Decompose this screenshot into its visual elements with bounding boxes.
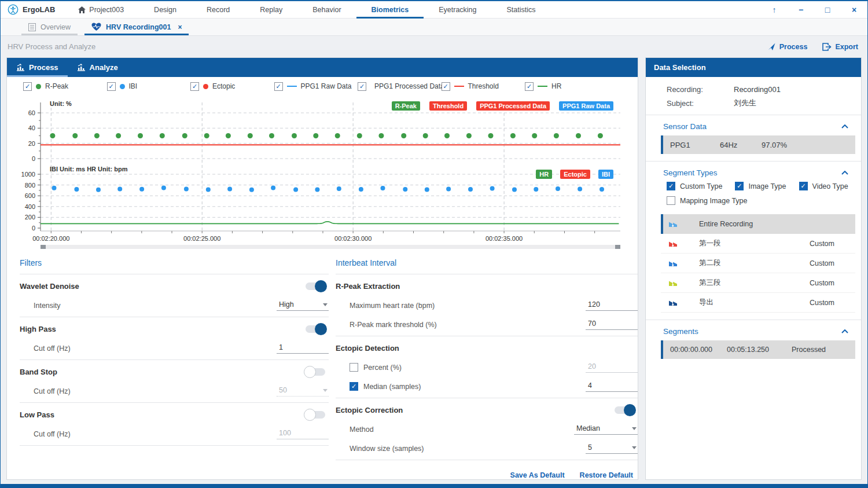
legend-threshold[interactable]: Threshold	[442, 82, 525, 91]
minimize-button[interactable]: −	[788, 5, 814, 14]
segment-type-row-4[interactable]: 导出 Custom	[661, 293, 855, 313]
band-stop-cutoff-select: 50	[277, 386, 329, 397]
scrollbar-right-handle[interactable]	[615, 245, 620, 249]
svg-text:00:02:20.000: 00:02:20.000	[32, 235, 69, 242]
window-size-select[interactable]: 5	[586, 443, 638, 454]
sensor-data-section: Sensor Data PPG1 64Hz 97.07%	[646, 115, 861, 162]
segment-type-row-2[interactable]: 第二段 Custom	[661, 254, 855, 273]
restore-default-button[interactable]: Restore Default	[580, 471, 633, 479]
svg-text:0: 0	[32, 155, 35, 162]
nav-item-behavior[interactable]: Behavior	[297, 1, 356, 19]
process-panel: Process Analyze R-Peak	[6, 57, 638, 480]
r-peak-badge: R-Peak	[392, 101, 420, 111]
nav-item-eyetracking[interactable]: Eyetracking	[424, 1, 491, 19]
wavelet-denoise-toggle[interactable]	[306, 282, 325, 290]
heart-pulse-icon	[91, 23, 101, 31]
scrollbar-left-handle[interactable]	[41, 245, 46, 249]
ibi-badge: IBI	[598, 170, 613, 179]
chevron-up-icon[interactable]	[841, 171, 848, 175]
close-button[interactable]: ×	[841, 5, 867, 14]
segment-flag-icon	[669, 280, 678, 287]
chevron-up-icon[interactable]	[841, 124, 848, 129]
segment-type-row-1[interactable]: 第一段 Custom	[661, 234, 855, 254]
tab-process[interactable]: Process	[7, 58, 68, 77]
intensity-select[interactable]: High	[277, 300, 329, 311]
chart-bars-icon	[16, 64, 25, 71]
chart-horizontal-scrollbar[interactable]	[41, 245, 620, 249]
segment-flag-icon	[669, 221, 678, 228]
segment-type-row-3[interactable]: 第三段 Custom	[661, 273, 855, 293]
nav-item-record[interactable]: Record	[192, 1, 245, 19]
max-heart-rate-input[interactable]: 120	[586, 300, 638, 311]
svg-text:40: 40	[28, 124, 35, 131]
save-as-default-button[interactable]: Save As Default	[510, 471, 565, 479]
brand-label: ErgoLAB	[23, 5, 55, 14]
nav-item-project[interactable]: Project003	[63, 1, 139, 19]
svg-text:60: 60	[28, 109, 35, 116]
ectopic-correction-toggle[interactable]	[615, 406, 634, 414]
low-pass-toggle[interactable]	[306, 411, 325, 419]
hrv-chart[interactable]: 00:02:20.00000:02:25.00000:02:30.00000:0…	[14, 97, 631, 249]
nav-item-design[interactable]: Design	[139, 1, 192, 19]
legend-ppg1-processed[interactable]: PPG1 Processed Data	[358, 82, 442, 91]
export-button[interactable]: Export	[822, 42, 858, 51]
svg-text:400: 400	[25, 203, 35, 210]
segment-type-row-entire-recording[interactable]: Entire Recording	[661, 214, 855, 234]
image-type-filter[interactable]: Image Type	[735, 182, 786, 190]
maximize-button[interactable]: □	[814, 5, 841, 14]
breadcrumb-row: HRV Process and Analyze Process Export	[1, 36, 867, 57]
method-select[interactable]: Median	[574, 424, 638, 435]
legend-ppg1-raw[interactable]: PPG1 Raw Data	[274, 82, 358, 91]
checkbox-checked-icon	[107, 82, 116, 91]
nav-item-biometrics[interactable]: Biometrics	[356, 1, 424, 19]
svg-text:00:02:25.000: 00:02:25.000	[183, 235, 220, 242]
document-list-icon	[28, 23, 36, 31]
high-pass-toggle[interactable]	[306, 325, 325, 333]
chart-badges-lower: HR Ectopic IBI	[536, 170, 613, 179]
chevron-up-icon[interactable]	[841, 329, 848, 333]
sensor-data-title: Sensor Data	[663, 122, 707, 131]
median-value-input[interactable]: 4	[586, 381, 638, 392]
high-pass-cutoff-input[interactable]: 1	[277, 343, 329, 354]
recording-value: Recording001	[734, 85, 781, 94]
tab-analyze[interactable]: Analyze	[68, 58, 127, 77]
window-controls: ↑ − □ ×	[761, 5, 867, 14]
median-checkbox[interactable]	[350, 382, 358, 391]
rpeak-threshold-input[interactable]: 70	[586, 319, 638, 330]
video-type-filter[interactable]: Video Type	[799, 182, 848, 190]
collapse-ribbon-button[interactable]: ↑	[761, 5, 788, 14]
home-icon	[78, 6, 86, 13]
recording-label: Recording:	[646, 85, 734, 94]
ergolab-logo-icon	[8, 4, 19, 15]
close-tab-icon[interactable]: ×	[178, 23, 182, 31]
legend-ectopic[interactable]: Ectopic	[190, 82, 274, 91]
segments-title: Segments	[663, 327, 698, 336]
process-button[interactable]: Process	[767, 42, 808, 51]
svg-text:Unit: %: Unit: %	[50, 100, 72, 107]
svg-text:20: 20	[28, 140, 35, 147]
brand[interactable]: ErgoLAB	[1, 4, 63, 15]
tab-hrv-recording001[interactable]: HRV Recording001 ×	[81, 19, 192, 35]
breadcrumb: HRV Process and Analyze	[8, 42, 95, 51]
filters-section: Filters Wavelet Denoise Intensity High H…	[20, 256, 329, 479]
legend-r-peak[interactable]: R-Peak	[23, 82, 107, 91]
nav-item-replay[interactable]: Replay	[245, 1, 297, 19]
sensor-row-ppg1[interactable]: PPG1 64Hz 97.07%	[661, 135, 855, 154]
caret-down-icon	[323, 389, 328, 392]
band-stop-toggle[interactable]	[306, 368, 325, 376]
checkbox-checked-icon	[442, 82, 450, 91]
ppg1-processed-badge: PPG1 Processed Data	[476, 101, 550, 111]
nav-item-statistics[interactable]: Statistics	[492, 1, 551, 19]
hr-badge: HR	[536, 170, 552, 179]
legend-ibi[interactable]: IBI	[107, 82, 191, 91]
segment-types-title: Segment Types	[663, 168, 718, 177]
panel-tabbar: Process Analyze	[7, 58, 638, 77]
recording-info: Recording: Recording001 Subject: 刘先生	[646, 77, 861, 115]
legend-hr[interactable]: HR	[525, 82, 609, 91]
segment-row[interactable]: 00:00:00.000 00:05:13.250 Processed	[661, 340, 855, 359]
mapping-image-type-filter[interactable]: Mapping Image Type	[667, 196, 748, 205]
tab-overview[interactable]: Overview	[18, 19, 81, 35]
app-window: ErgoLAB Project003 Design Record Replay …	[0, 0, 868, 488]
custom-type-filter[interactable]: Custom Type	[667, 182, 722, 190]
percent-checkbox[interactable]	[350, 363, 358, 372]
